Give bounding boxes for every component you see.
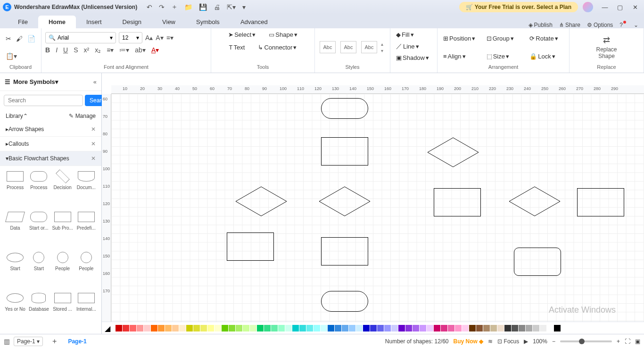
color-swatch[interactable] [264, 325, 271, 331]
color-swatch[interactable] [512, 325, 518, 331]
canvas-shape-decision[interactable] [319, 186, 371, 218]
page-selector[interactable]: Page-1 ▾ [14, 337, 43, 346]
undo-icon[interactable]: ↶ [147, 3, 152, 11]
copy-icon[interactable]: 📄 [27, 35, 35, 42]
zoom-slider[interactable] [560, 340, 612, 342]
canvas-shape-process[interactable] [434, 188, 481, 216]
italic-icon[interactable]: I [56, 46, 58, 54]
color-swatch[interactable] [172, 325, 179, 331]
maximize-button[interactable]: ▢ [614, 4, 626, 11]
color-swatch[interactable] [441, 325, 447, 331]
tab-view[interactable]: View [152, 16, 186, 28]
color-swatch[interactable] [434, 325, 440, 331]
rotate-button[interactable]: ⟳ Rotate▾ [528, 34, 565, 43]
color-swatch[interactable] [151, 325, 157, 331]
tab-home[interactable]: Home [38, 16, 76, 28]
canvas-shape-decision[interactable] [509, 186, 561, 218]
color-swatch[interactable] [193, 325, 200, 331]
canvas-shape-decision[interactable] [235, 186, 287, 218]
tab-insert[interactable]: Insert [76, 16, 112, 28]
line-spacing-icon[interactable]: ≡▾ [107, 46, 114, 54]
color-swatch[interactable] [533, 325, 539, 331]
shape-stencil[interactable]: Decision [51, 170, 74, 208]
font-color-icon[interactable]: A▾ [151, 46, 159, 54]
cut-icon[interactable]: ✂ [6, 35, 11, 42]
style-preview-2[interactable]: Abc [340, 41, 356, 53]
cat-arrow-shapes[interactable]: ▸ Arrow Shapes✕ [0, 122, 101, 137]
tab-file[interactable]: File [8, 16, 38, 28]
save-icon[interactable]: 💾 [199, 3, 207, 11]
color-swatch[interactable] [349, 325, 355, 331]
color-swatch[interactable] [384, 325, 391, 331]
more-symbols-label[interactable]: More Symbols [13, 78, 55, 85]
align-para-icon[interactable]: ≡▾ [166, 34, 173, 41]
shape-stencil[interactable]: Start or... [27, 210, 50, 249]
library-label[interactable]: Library [6, 113, 23, 119]
color-swatch[interactable] [526, 325, 532, 331]
color-swatch[interactable] [299, 325, 306, 331]
color-swatch[interactable] [328, 325, 334, 331]
color-swatch[interactable] [179, 325, 186, 331]
open-icon[interactable]: 📁 [184, 3, 192, 11]
color-swatch[interactable] [250, 325, 256, 331]
color-swatch[interactable] [519, 325, 525, 331]
color-swatch[interactable] [158, 325, 165, 331]
position-button[interactable]: ⊞ Position▾ [441, 34, 479, 43]
font-size-combo[interactable]: 12▾ [119, 32, 142, 43]
canvas-shape-process[interactable] [321, 237, 368, 265]
shadow-button[interactable]: ▣ Shadow▾ [394, 53, 431, 62]
color-swatch[interactable] [335, 325, 341, 331]
color-swatch[interactable] [490, 325, 497, 331]
color-swatch[interactable] [207, 325, 214, 331]
collapse-panel-icon[interactable]: « [93, 78, 97, 85]
color-swatch[interactable] [278, 325, 285, 331]
canvas-shape-terminator[interactable] [321, 98, 368, 119]
bold-icon[interactable]: B [45, 46, 50, 54]
color-swatch[interactable] [222, 325, 228, 331]
color-swatch[interactable] [123, 325, 129, 331]
color-swatch[interactable] [130, 325, 136, 331]
collapse-ribbon-icon[interactable]: ⌄ [634, 22, 638, 28]
color-swatch[interactable] [215, 325, 221, 331]
hamburger-icon[interactable]: ☰ [5, 78, 10, 85]
fullscreen-icon[interactable]: ▣ [635, 338, 640, 345]
zoom-out-icon[interactable]: − [552, 338, 555, 345]
fit-page-icon[interactable]: ⛶ [625, 338, 630, 345]
tab-design[interactable]: Design [112, 16, 152, 28]
color-swatch[interactable] [229, 325, 235, 331]
shape-stencil[interactable]: Data [4, 210, 26, 249]
minimize-button[interactable]: — [599, 4, 611, 11]
buy-now-link[interactable]: Buy Now ◆ [454, 338, 484, 345]
select-tool[interactable]: ➤Select▾ [226, 30, 257, 39]
font-name-combo[interactable]: 🔍Arial▾ [45, 32, 116, 43]
color-swatch[interactable] [469, 325, 476, 331]
add-page-icon[interactable]: + [52, 337, 57, 346]
style-preview-1[interactable]: Abc [320, 41, 336, 53]
shape-stencil[interactable]: Internal... [75, 291, 98, 330]
color-swatch[interactable] [342, 325, 348, 331]
color-swatch[interactable] [314, 325, 320, 331]
qat-more-icon[interactable]: ▾ [242, 3, 246, 11]
format-painter-icon[interactable]: 🖌 [16, 35, 23, 42]
superscript-icon[interactable]: x² [83, 46, 89, 54]
align-button[interactable]: ≡ Align▾ [441, 52, 479, 61]
share-button[interactable]: ⋔ Share [559, 22, 580, 28]
color-swatch[interactable] [137, 325, 143, 331]
shape-stencil[interactable]: People [75, 251, 98, 290]
color-swatch[interactable] [413, 325, 419, 331]
zoom-in-icon[interactable]: + [617, 338, 620, 345]
color-swatch[interactable] [405, 325, 412, 331]
size-button[interactable]: ⬚ Size▾ [485, 52, 522, 61]
canvas-shape-rounded[interactable] [514, 248, 561, 276]
strike-icon[interactable]: S [74, 46, 78, 54]
color-swatch[interactable] [483, 325, 490, 331]
style-preview-3[interactable]: Abc [361, 41, 377, 53]
color-swatch[interactable] [398, 325, 405, 331]
replace-shape-icon[interactable]: ⇄ [603, 35, 610, 45]
shape-stencil[interactable]: Docum... [75, 170, 98, 208]
cat-basic-flowchart[interactable]: ▾ Basic Flowchart Shapes✕ [0, 151, 101, 166]
shape-stencil[interactable]: Stored ... [51, 291, 74, 330]
shape-stencil[interactable]: Database [27, 291, 50, 330]
canvas-shape-process[interactable] [321, 137, 368, 166]
underline-icon[interactable]: U [63, 46, 68, 54]
